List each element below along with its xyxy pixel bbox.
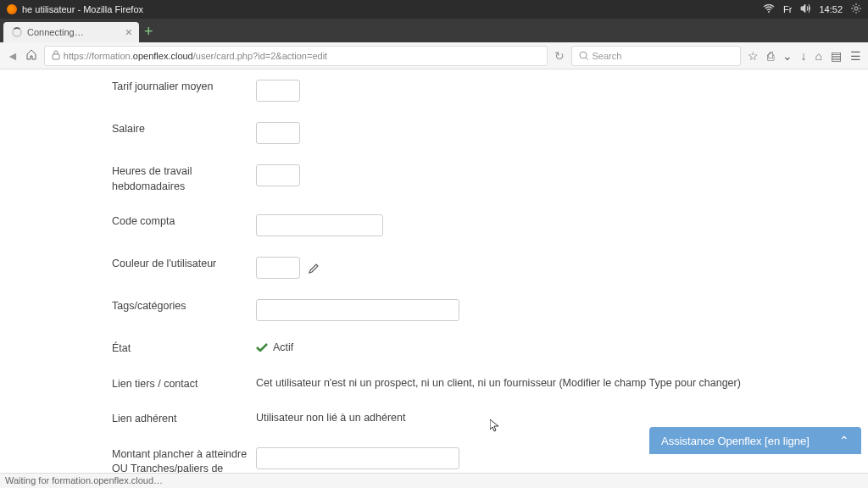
row-code-compta: Code compta	[93, 204, 775, 247]
row-etat: État Actif	[93, 331, 775, 367]
user-form: Tarif journalier moyen Salaire Heures de…	[93, 69, 775, 473]
system-tray: Fr 14:52	[763, 3, 861, 15]
home-button[interactable]	[25, 48, 37, 63]
browser-toolbar: ◄ https://formation.openflex.cloud/user/…	[0, 42, 868, 69]
tags-input[interactable]	[256, 299, 459, 321]
row-couleur: Couleur de l'utilisateur	[93, 247, 775, 289]
back-button[interactable]: ◄	[7, 49, 19, 63]
pencil-icon[interactable]	[308, 263, 320, 274]
couleur-input[interactable]	[256, 257, 300, 279]
status-bar: Waiting for formation.openflex.cloud…	[0, 473, 868, 488]
heures-input[interactable]	[256, 164, 300, 186]
pocket-icon[interactable]: ⌄	[782, 49, 793, 63]
row-tarif-journalier: Tarif journalier moyen	[93, 69, 775, 112]
toolbar-icons: ☆ ⎙ ⌄ ↓ ⌂ ▤ ☰	[748, 49, 861, 63]
tarif-journalier-input[interactable]	[256, 80, 300, 102]
page-content: Tarif journalier moyen Salaire Heures de…	[0, 69, 868, 473]
lock-icon	[52, 50, 60, 62]
library-icon[interactable]: ⎙	[767, 49, 774, 63]
row-tags: Tags/catégories	[93, 289, 775, 331]
window-title: he utilisateur - Mozilla Firefox	[22, 4, 763, 14]
row-heures: Heures de travail hebdomadaires	[93, 154, 775, 204]
assistance-widget[interactable]: Assistance Openflex [en ligne] ⌃	[649, 427, 861, 454]
search-input[interactable]: Search	[571, 46, 741, 66]
close-icon[interactable]: ×	[125, 25, 132, 39]
browser-tab[interactable]: Connecting… ×	[3, 22, 139, 42]
gear-icon[interactable]	[851, 3, 861, 15]
assistance-label: Assistance Openflex [en ligne]	[661, 435, 810, 447]
tab-label: Connecting…	[27, 27, 84, 37]
speaker-icon[interactable]	[800, 4, 810, 14]
status-text: Waiting for formation.openflex.cloud…	[5, 475, 163, 485]
row-salaire: Salaire	[93, 112, 775, 154]
reload-button[interactable]: ↻	[554, 49, 565, 63]
url-input[interactable]: https://formation.openflex.cloud/user/ca…	[44, 46, 548, 66]
cursor-icon	[490, 419, 500, 435]
svg-rect-2	[53, 54, 59, 59]
salaire-input[interactable]	[256, 122, 300, 144]
home-icon[interactable]: ⌂	[815, 49, 822, 63]
svg-point-1	[854, 7, 858, 10]
row-lien-tiers: Lien tiers / contact Cet utilisateur n'e…	[93, 367, 775, 402]
firefox-icon	[7, 4, 17, 14]
svg-line-4	[586, 58, 588, 60]
new-tab-button[interactable]: +	[144, 23, 153, 41]
status-badge: Actif	[256, 341, 293, 353]
lien-tiers-value: Cet utilisateur n'est ni un prospect, ni…	[256, 377, 756, 389]
language-indicator[interactable]: Fr	[783, 4, 792, 14]
tab-bar: Connecting… × +	[0, 19, 868, 42]
lien-adherent-value: Utilisateur non lié à un adhérent	[256, 412, 756, 424]
menu-icon[interactable]: ☰	[850, 49, 861, 63]
star-icon[interactable]: ☆	[748, 49, 759, 63]
clock: 14:52	[819, 4, 843, 14]
loading-spinner-icon	[12, 27, 22, 37]
check-icon	[256, 343, 268, 352]
svg-point-0	[768, 11, 770, 13]
wifi-icon	[763, 4, 775, 14]
chevron-up-icon: ⌃	[839, 434, 849, 447]
code-compta-input[interactable]	[256, 214, 383, 236]
os-title-bar: he utilisateur - Mozilla Firefox Fr 14:5…	[0, 0, 868, 19]
download-icon[interactable]: ↓	[801, 49, 807, 63]
sidebar-icon[interactable]: ▤	[831, 49, 842, 63]
svg-point-3	[580, 52, 587, 58]
montant-plancher-input[interactable]	[256, 447, 459, 469]
